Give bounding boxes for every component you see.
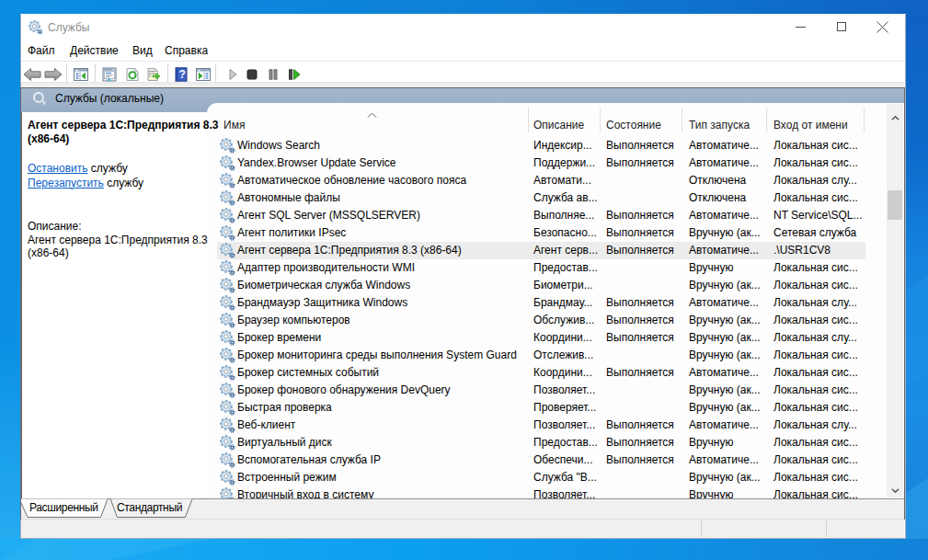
svg-text:?: ?: [179, 68, 186, 81]
